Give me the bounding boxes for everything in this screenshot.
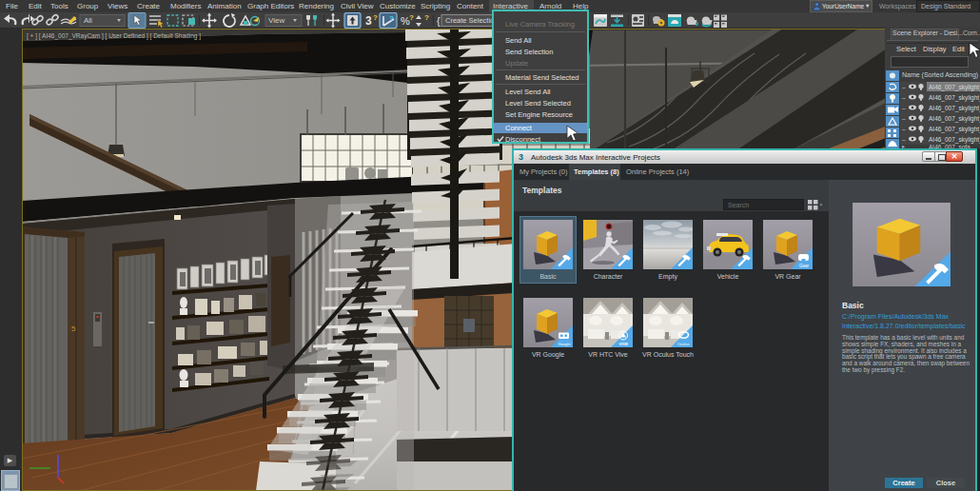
svg-text:{: { <box>437 15 441 27</box>
svg-text:?: ? <box>389 14 394 23</box>
svg-text:?: ? <box>373 13 378 22</box>
svg-text:View: View <box>268 16 284 25</box>
svg-text:Gear: Gear <box>799 264 810 268</box>
svg-text:AI46_007_skylight_: AI46_007_skylight_ <box>929 136 980 144</box>
svg-text:AI46_007_skylight_: AI46_007_skylight_ <box>929 94 980 102</box>
svg-text:3: 3 <box>365 14 372 28</box>
svg-text:–: – <box>902 84 906 90</box>
svg-text:AI46_007_skylight_: AI46_007_skylight_ <box>929 105 980 112</box>
svg-text:–: – <box>902 136 906 143</box>
svg-text:–: – <box>902 115 906 122</box>
svg-text:–: – <box>902 94 906 101</box>
svg-text:All: All <box>84 16 92 25</box>
svg-text:Oculus: Oculus <box>677 342 689 346</box>
svg-text:Google: Google <box>559 342 572 346</box>
svg-text:–: – <box>902 105 906 111</box>
svg-text:?: ? <box>409 13 414 22</box>
svg-text:?: ? <box>424 13 429 22</box>
svg-text:AI46_007_skylight_: AI46_007_skylight_ <box>929 126 980 133</box>
svg-text:AI46_007_skylight_: AI46_007_skylight_ <box>929 84 980 91</box>
svg-text:5: 5 <box>71 324 76 333</box>
svg-text:AI46_007_skylight_: AI46_007_skylight_ <box>929 115 980 123</box>
svg-text:VIVE: VIVE <box>619 342 629 346</box>
svg-text:–: – <box>902 126 906 132</box>
